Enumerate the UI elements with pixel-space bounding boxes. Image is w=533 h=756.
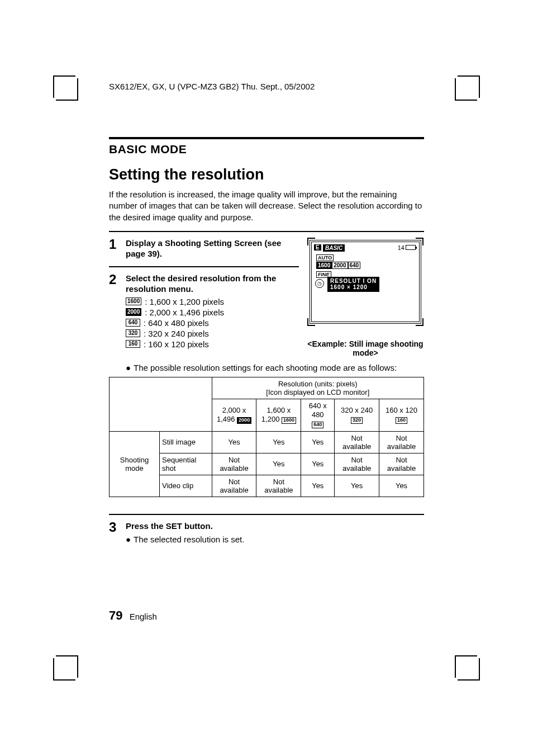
res-icon-1600: 1600 bbox=[126, 297, 141, 305]
lcd-res-1600: 1600 bbox=[316, 262, 332, 269]
cell: Not available bbox=[379, 453, 424, 475]
resolution-option: 1600: 1,600 x 1,200 pixels bbox=[126, 297, 299, 306]
col-icon-320: 320 bbox=[351, 417, 363, 424]
row-label: Still image bbox=[160, 431, 212, 453]
cell: Yes bbox=[301, 475, 335, 497]
step-number: 1 bbox=[109, 238, 126, 262]
col-label: 2,000 x bbox=[222, 406, 246, 414]
col-label: 640 x 480 bbox=[309, 401, 327, 419]
col-icon-640: 640 bbox=[312, 422, 323, 428]
col-icon-1600: 1600 bbox=[282, 417, 296, 424]
table-subheader: [Icon displayed on LCD monitor] bbox=[215, 388, 421, 396]
lcd-res-2000: 2000 bbox=[332, 262, 348, 269]
rule bbox=[109, 231, 424, 232]
step-title: Press the SET button. bbox=[126, 521, 424, 532]
lcd-caption: <Example: Still image shooting mode> bbox=[307, 339, 424, 357]
lcd-basic-badge: BASIC bbox=[323, 244, 345, 252]
cell: Not available bbox=[379, 431, 424, 453]
crop-mark bbox=[458, 75, 480, 98]
lcd-info-line1: RESOLUT I ON bbox=[330, 278, 377, 285]
crop-mark bbox=[53, 658, 75, 681]
cell: Yes bbox=[256, 453, 301, 475]
res-icon-640: 640 bbox=[126, 319, 140, 327]
res-text: : 1,600 x 1,200 pixels bbox=[145, 297, 224, 306]
resolution-option: 2000: 2,000 x 1,496 pixels bbox=[126, 308, 299, 317]
step-number: 2 bbox=[109, 273, 126, 350]
col-icon-2000: 2000 bbox=[237, 417, 251, 424]
lcd-example: E BASIC 14 AUTO 16002000640 FINE ◷ RESOL… bbox=[310, 240, 421, 324]
lcd-count: 14 bbox=[398, 244, 416, 251]
col-label: 1,600 x bbox=[267, 406, 291, 414]
intro-text: If the resolution is increased, the imag… bbox=[109, 189, 424, 223]
step-2-bullet: ● The possible resolution settings for e… bbox=[126, 363, 424, 372]
lcd-info-box: RESOLUT I ON 1600 × 1200 bbox=[327, 277, 379, 292]
resolution-option: 640: 640 x 480 pixels bbox=[126, 318, 299, 328]
cell: Yes bbox=[379, 475, 424, 497]
bullet-icon: ● bbox=[126, 535, 134, 544]
cell: Not available bbox=[335, 453, 379, 475]
resolution-option: 320: 320 x 240 pixels bbox=[126, 329, 299, 338]
row-label: Video clip bbox=[160, 475, 212, 497]
lcd-res-row: 16002000640 bbox=[316, 262, 360, 268]
res-icon-320: 320 bbox=[126, 329, 140, 337]
step-3: 3 Press the SET button. ● The selected r… bbox=[109, 521, 424, 545]
lcd-info-line2: 1600 × 1200 bbox=[330, 284, 377, 291]
step-number: 3 bbox=[109, 521, 126, 545]
lcd-res-640: 640 bbox=[348, 262, 361, 269]
col-label: 320 x 240 bbox=[341, 406, 373, 414]
res-icon-160: 160 bbox=[126, 340, 140, 348]
cell: Yes bbox=[256, 431, 301, 453]
step-2: 2 Select the desired resolution from the… bbox=[109, 273, 299, 350]
col-label: 1,200 bbox=[261, 415, 280, 423]
bullet-text: The possible resolution settings for eac… bbox=[134, 363, 397, 372]
col-label: 160 x 120 bbox=[386, 406, 417, 414]
row-group-label: Shooting mode bbox=[110, 431, 160, 497]
cell: Not available bbox=[212, 453, 256, 475]
step-title: Select the desired resolution from the r… bbox=[126, 273, 299, 295]
res-text: : 320 x 240 pixels bbox=[144, 329, 209, 338]
rule bbox=[109, 514, 424, 515]
res-text: : 640 x 480 pixels bbox=[144, 318, 209, 328]
step-1: 1 Display a Shooting Setting Screen (see… bbox=[109, 238, 299, 262]
res-icon-2000: 2000 bbox=[126, 308, 141, 316]
clock-icon: ◷ bbox=[315, 279, 324, 288]
col-label: 1,496 bbox=[217, 415, 235, 423]
doc-header: SX612/EX, GX, U (VPC-MZ3 GB2) Thu. Sept.… bbox=[109, 82, 315, 91]
lcd-auto-badge: AUTO bbox=[316, 254, 334, 261]
col-icon-160: 160 bbox=[396, 417, 407, 424]
battery-icon bbox=[406, 245, 416, 250]
res-text: : 160 x 120 pixels bbox=[144, 339, 209, 349]
rule bbox=[109, 137, 424, 139]
res-text: : 2,000 x 1,496 pixels bbox=[145, 308, 224, 317]
row-label: Sequential shot bbox=[160, 453, 212, 475]
cell: Not available bbox=[256, 475, 301, 497]
page-title: Setting the resolution bbox=[109, 166, 424, 183]
table-row: Shooting mode Still image Yes Yes Yes No… bbox=[110, 431, 424, 453]
page-footer: 79 English bbox=[109, 608, 157, 623]
page-number: 79 bbox=[109, 608, 122, 622]
rule bbox=[109, 266, 299, 267]
bullet-icon: ● bbox=[126, 363, 134, 372]
bullet-text: The selected resolution is set. bbox=[134, 535, 244, 544]
lcd-e-badge: E bbox=[314, 244, 321, 251]
crop-mark bbox=[458, 658, 480, 681]
cell: Not available bbox=[212, 475, 256, 497]
section-title: BASIC MODE bbox=[109, 143, 424, 156]
cell: Yes bbox=[301, 453, 335, 475]
cell: Not available bbox=[335, 431, 379, 453]
resolution-option: 160: 160 x 120 pixels bbox=[126, 339, 299, 349]
crop-mark bbox=[53, 75, 75, 98]
cell: Yes bbox=[301, 431, 335, 453]
resolution-table: Resolution (units: pixels) [Icon display… bbox=[109, 377, 424, 497]
cell: Yes bbox=[212, 431, 256, 453]
step-title: Display a Shooting Setting Screen (see p… bbox=[126, 238, 299, 259]
table-header: Resolution (units: pixels) bbox=[215, 380, 421, 388]
cell: Yes bbox=[335, 475, 379, 497]
lcd-count-value: 14 bbox=[398, 244, 404, 251]
step-3-bullet: ● The selected resolution is set. bbox=[126, 535, 424, 544]
footer-lang: English bbox=[130, 612, 157, 621]
